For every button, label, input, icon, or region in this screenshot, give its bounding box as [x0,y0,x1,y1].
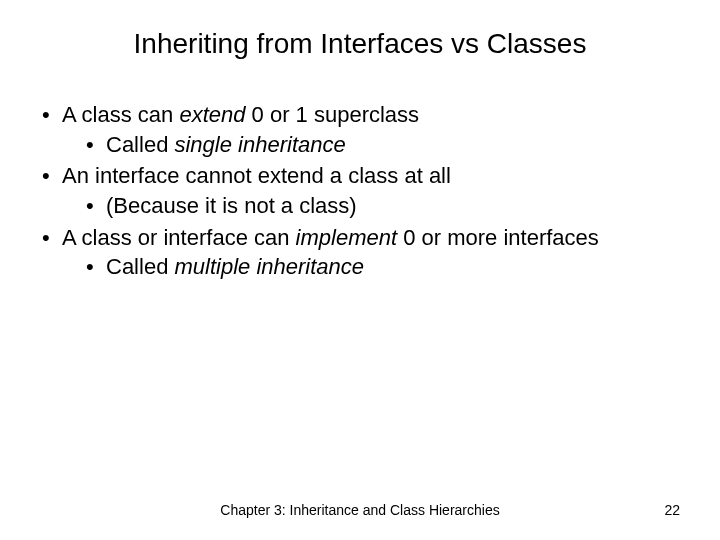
bullet-em: multiple inheritance [174,254,364,279]
bullet-text: (Because it is not a class) [106,193,357,218]
bullet-text: Called [106,254,174,279]
bullet-text: Called [106,132,174,157]
bullet-item: A class can extend 0 or 1 superclass Cal… [40,100,680,159]
bullet-item: An interface cannot extend a class at al… [40,161,680,220]
slide-title: Inheriting from Interfaces vs Classes [40,28,680,60]
bullet-text: An interface cannot extend a class at al… [62,163,451,188]
bullet-text: A class or interface can [62,225,296,250]
sub-bullet-list: Called multiple inheritance [62,252,680,282]
slide: Inheriting from Interfaces vs Classes A … [0,0,720,540]
bullet-text: A class can [62,102,179,127]
footer-text: Chapter 3: Inheritance and Class Hierarc… [0,502,720,518]
sub-bullet-list: Called single inheritance [62,130,680,160]
page-number: 22 [664,502,680,518]
bullet-em: extend [179,102,245,127]
bullet-em: implement [296,225,397,250]
bullet-text: 0 or more interfaces [397,225,599,250]
sub-bullet-item: Called single inheritance [84,130,680,160]
sub-bullet-item: (Because it is not a class) [84,191,680,221]
bullet-em: single inheritance [174,132,345,157]
sub-bullet-item: Called multiple inheritance [84,252,680,282]
sub-bullet-list: (Because it is not a class) [62,191,680,221]
bullet-text: 0 or 1 superclass [245,102,419,127]
bullet-list: A class can extend 0 or 1 superclass Cal… [40,100,680,282]
bullet-item: A class or interface can implement 0 or … [40,223,680,282]
